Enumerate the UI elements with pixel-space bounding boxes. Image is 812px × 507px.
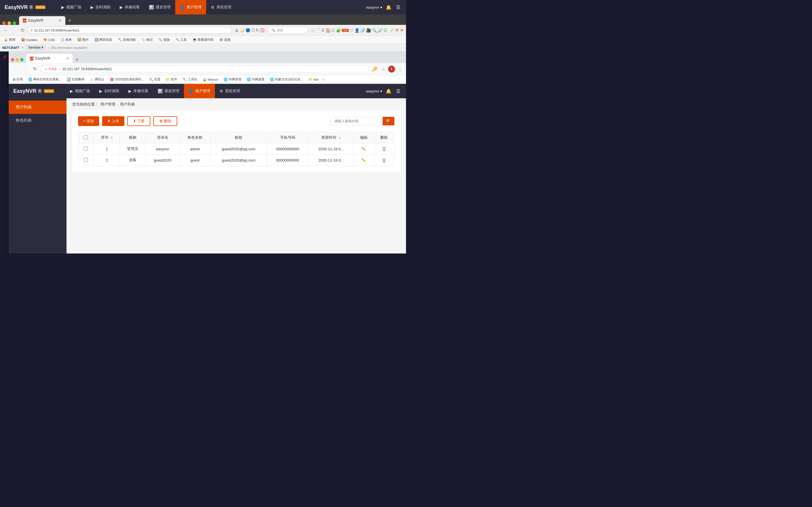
nav-realtime[interactable]: ▶ 实时调阅 [95, 84, 124, 98]
outer-bm-other[interactable]: 🔧其他功能 [116, 37, 138, 43]
outer-active-tab[interactable]: EUR EasyNVR ✕ [19, 16, 65, 25]
breadcrumb-parent[interactable]: 用户管理 [100, 102, 115, 107]
outer-nav-menu[interactable]: ☰ [395, 3, 401, 11]
inner-bm-intranet2[interactable]: 🌐内网渗透 [245, 76, 266, 82]
outer-reload-icon[interactable]: ↻ [256, 28, 259, 33]
outer-x-icon[interactable]: ✕ [395, 27, 399, 33]
outer-block-icon[interactable]: 🚫 [260, 28, 265, 33]
inner-bm-apps[interactable]: ⊞应用 [11, 76, 24, 82]
inner-bm-baidu-translate[interactable]: 🔄百度翻译 [65, 76, 86, 82]
outer-zoom-out-icon[interactable]: 🔎 [378, 28, 383, 33]
outer-tab-close[interactable]: ✕ [58, 18, 62, 23]
outer-icon-2[interactable]: 🌙 [240, 28, 245, 33]
row2-checkbox[interactable] [84, 158, 88, 162]
inner-more-button[interactable]: ⋮ [396, 65, 404, 73]
outer-zoom-in-icon[interactable]: 🔍 [372, 28, 377, 33]
nav-video-plaza[interactable]: ▶ 视频广场 [65, 84, 95, 98]
outer-bm-css[interactable]: 🎨CSS [42, 37, 57, 42]
inner-wc-green[interactable] [20, 58, 23, 61]
row2-delete-icon[interactable]: 🗑️ [382, 158, 386, 162]
outer-link-icon[interactable]: 🔗 [360, 28, 365, 33]
inner-bm-toolstation[interactable]: 🔧工具站 [181, 76, 199, 82]
nav-user-management[interactable]: 👤 用户管理 [184, 84, 215, 98]
outer-wc-green[interactable] [13, 21, 16, 25]
row1-checkbox[interactable] [84, 147, 88, 151]
inner-bm-intranet1[interactable]: 🌐内网穿透 [222, 76, 243, 82]
outer-person-icon[interactable]: 👤 [355, 28, 360, 33]
inner-active-tab[interactable]: EUR EasyNVR ✕ [26, 54, 72, 63]
header-updatetime[interactable]: 更新时间 ⇅ [309, 132, 354, 144]
outer-close-icon[interactable]: ✕ [400, 27, 404, 33]
outer-bm-cookies[interactable]: 🍪Cookies [19, 37, 39, 42]
outer-home-icon[interactable]: 🏠 [326, 28, 330, 33]
outer-shield-icon[interactable]: 🛡 [349, 28, 354, 33]
outer-icon-4[interactable]: ⬡ [251, 28, 255, 33]
outer-extensions-icon[interactable]: 🧩 [336, 28, 341, 33]
add-button[interactable]: + 添加 [78, 116, 99, 126]
outer-facetime-icon[interactable]: 🎥 [366, 28, 371, 33]
outer-icon-3[interactable]: 🔵 [246, 28, 250, 33]
netcraft-services-button[interactable]: Services ▾ [26, 45, 46, 50]
outer-reader-icon[interactable]: 📄 [316, 28, 320, 33]
inner-bm-nessus[interactable]: 🔒Nessus [201, 77, 220, 82]
outer-url-bar[interactable]: ℹ 10.221.167.78:9308/#/user/list/1 [28, 27, 232, 34]
inner-forward-button[interactable]: → [21, 65, 29, 73]
search-button[interactable]: 🔍 [383, 117, 394, 125]
outer-bm-disable[interactable]: 🔒禁用 [2, 37, 17, 43]
nav-hamburger-icon[interactable]: ☰ [395, 87, 401, 95]
inner-bm-social[interactable]: 🌐内蒙古自治区社会... [268, 76, 305, 82]
outer-adblock-icon[interactable]: ABP [342, 29, 349, 32]
outer-nav-channel[interactable]: 📊通道管理 [144, 0, 175, 14]
nav-channel[interactable]: 📊 通道管理 [153, 84, 184, 98]
nav-bell-icon[interactable]: 🔔 [385, 87, 393, 95]
inner-bm-baidu[interactable]: 🔍百度 [147, 76, 162, 82]
outer-nav-video-plaza[interactable]: ▶视频广场 [57, 0, 86, 14]
nav-system[interactable]: ⚙ 系统管理 [215, 84, 245, 98]
delete-button[interactable]: 🗑 删除 [153, 116, 177, 126]
outer-nav-playback[interactable]: ▶录像回看 [115, 0, 144, 14]
outer-icon-1[interactable]: 🖨 [235, 28, 238, 33]
outer-bm-zoom[interactable]: 🔍缩放 [157, 37, 171, 43]
inner-url-bar[interactable]: ⚠ 不安全 | 10.221.167.78:9308/#/user/list/1 [41, 65, 369, 73]
inner-star-icon[interactable]: ☆ [379, 65, 387, 73]
inner-key-icon[interactable]: 🔑 [371, 65, 378, 73]
search-input[interactable] [330, 117, 383, 125]
download-button[interactable]: ⬇ 下载 [127, 116, 151, 126]
inner-back-button[interactable]: ← [11, 65, 19, 73]
inner-bm-tencent-cloud[interactable]: ☁️腾讯云 [88, 76, 106, 82]
row1-delete-icon[interactable]: 🗑️ [382, 147, 386, 151]
inner-wc-red[interactable] [11, 58, 14, 61]
outer-bm-source[interactable]: 💻查看源代码 [191, 37, 215, 43]
inner-bm-cyberspace[interactable]: 🌐网络空间安全搜索... [26, 76, 63, 82]
nav-user-dropdown[interactable]: easynvr ▾ [366, 89, 382, 93]
inner-reload-button[interactable]: ↻ [31, 65, 39, 73]
outer-nav-realtime[interactable]: ▶实时调阅 [86, 0, 115, 14]
outer-reload-button[interactable]: ↻ [20, 26, 26, 34]
outer-star-icon[interactable]: ☆ [311, 28, 315, 33]
upload-button[interactable]: ⬆ 上传 [102, 116, 124, 126]
outer-bm-options[interactable]: ⚙️选项 [217, 37, 232, 43]
sidebar-item-role-list[interactable]: 角色列表 [9, 114, 66, 127]
outer-nav-user[interactable]: 👤用户管理 [175, 0, 206, 14]
inner-profile-button[interactable]: T [388, 66, 395, 72]
outer-bm-tools[interactable]: 🔨工具 [174, 37, 188, 43]
outer-bm-pageinfo[interactable]: ℹ️网页信息 [93, 37, 114, 43]
outer-forward-button[interactable]: → [11, 26, 18, 34]
outer-nav-user-dropdown[interactable]: easynvr ▾ [366, 5, 382, 9]
outer-search-bar-container[interactable]: 🔍 搜索 [268, 26, 308, 34]
inner-bm-msf[interactable]: 📁msf [307, 77, 320, 82]
outer-more-icon[interactable]: ☰ [383, 28, 387, 33]
inner-bm-software[interactable]: 📁软件 [164, 76, 179, 82]
outer-bm-mark[interactable]: 🏷️标记 [140, 37, 154, 43]
outer-pocket-icon[interactable]: ☑ [331, 28, 335, 33]
select-all-checkbox[interactable] [84, 135, 88, 139]
inner-bm-more[interactable]: » [322, 78, 324, 81]
outer-bm-image[interactable]: 🖼️图片 [76, 37, 91, 43]
outer-check-icon[interactable]: ✓ [390, 27, 394, 33]
inner-tab-close[interactable]: ✕ [66, 56, 69, 60]
inner-new-tab-button[interactable]: + [73, 57, 81, 63]
outer-bm-form[interactable]: 📋表单 [59, 37, 73, 43]
outer-nav-bell[interactable]: 🔔 [385, 3, 393, 11]
inner-wc-yellow[interactable] [16, 58, 19, 61]
left-icon-1[interactable]: 📌 [1, 54, 8, 61]
